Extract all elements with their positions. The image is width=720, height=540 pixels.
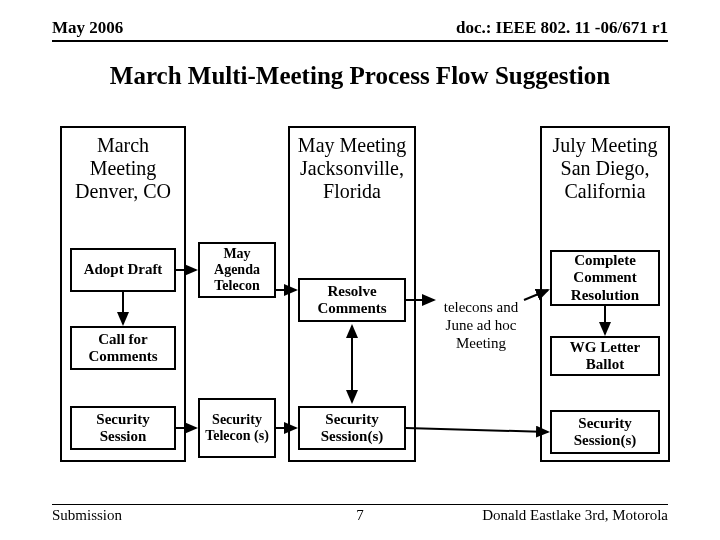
box-complete-resolution: Complete Comment Resolution xyxy=(550,250,660,306)
column-march-title: March Meeting Denver, CO xyxy=(62,128,184,213)
text-telecons-adhoc: telecons and June ad hoc Meeting xyxy=(440,298,522,352)
footer-page-number: 7 xyxy=(356,507,364,524)
box-resolve-comments: Resolve Comments xyxy=(298,278,406,322)
box-adopt-draft: Adopt Draft xyxy=(70,248,176,292)
header-date: May 2006 xyxy=(52,18,123,38)
box-security-telecon: Security Telecon (s) xyxy=(198,398,276,458)
footer-left: Submission xyxy=(52,507,122,524)
box-call-comments: Call for Comments xyxy=(70,326,176,370)
box-security-session: Security Session xyxy=(70,406,176,450)
box-may-agenda-telecon: May Agenda Telecon xyxy=(198,242,276,298)
header-doc-id: doc.: IEEE 802. 11 -06/671 r1 xyxy=(456,18,668,38)
box-security-sessions-july: Security Session(s) xyxy=(550,410,660,454)
column-july-title: July Meeting San Diego, California xyxy=(542,128,668,213)
column-may-title: May Meeting Jacksonville, Florida xyxy=(290,128,414,213)
box-wg-letter-ballot: WG Letter Ballot xyxy=(550,336,660,376)
svg-line-10 xyxy=(406,428,548,432)
box-security-sessions-may: Security Session(s) xyxy=(298,406,406,450)
page-title: March Multi-Meeting Process Flow Suggest… xyxy=(0,62,720,90)
footer-author: Donald Eastlake 3rd, Motorola xyxy=(482,507,668,524)
